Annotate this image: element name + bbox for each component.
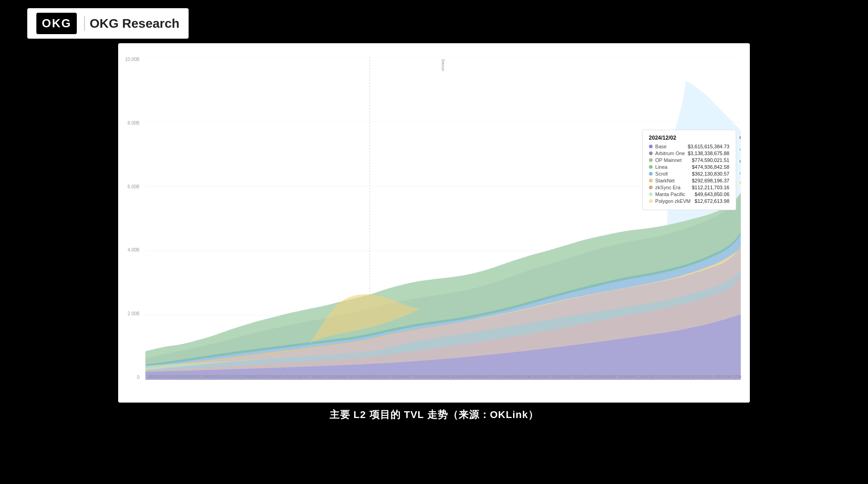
y-label-4b: 4.00B: [118, 247, 143, 252]
x-label: 2024/08/03: [578, 374, 598, 379]
x-label: 2024/05/22: [475, 374, 496, 379]
tooltip-row-polygon: Polygon zkEVM $12,672,613.98: [649, 198, 729, 204]
tooltip-value-op: $774,590,021.51: [692, 157, 729, 163]
x-label: 2024/01/17: [291, 374, 311, 379]
x-label: 2024/07/20: [557, 374, 578, 379]
y-label-2b: 2.00B: [118, 311, 143, 316]
decun-label: Decun: [441, 59, 445, 71]
x-label: 2024/04/10: [414, 374, 434, 379]
x-label: 2024/03/13: [373, 374, 394, 379]
svg-point-11: [739, 181, 741, 185]
x-axis-labels: 2023/10/11 2023/10/25 2023/11/08 2023/11…: [145, 374, 741, 379]
svg-point-8: [739, 147, 741, 151]
x-label: 2024/05/08: [455, 374, 475, 379]
chart-area: Decun: [145, 57, 741, 380]
x-label: 2023/10/11: [148, 374, 168, 379]
tooltip-value-manta: $49,643,850.06: [695, 192, 729, 197]
tooltip-value-polygon: $12,672,613.98: [695, 198, 729, 204]
tooltip-date: 2024/12/02: [649, 135, 729, 141]
tooltip-dot-base: [649, 145, 653, 148]
x-label: 2024/09/21: [639, 374, 659, 379]
tooltip-row-zksync: zkSync Era $112,211,703.16: [649, 185, 729, 190]
tooltip-row-op: OP Mainnet $774,590,021.51: [649, 157, 729, 163]
x-label: 2024/01/31: [311, 374, 332, 379]
tooltip-name-manta: Manta Pacific: [655, 192, 692, 197]
tooltip-name-linea: Linea: [655, 164, 689, 170]
chart-container: 0 2.00B 4.00B 6.00B 8.00B 10.00B Decun: [118, 43, 750, 403]
tooltip-row-manta: Manta Pacific $49,643,850.06: [649, 192, 729, 197]
y-label-6b: 6.00B: [118, 184, 143, 189]
x-label: 2023/11/08: [189, 374, 209, 379]
chart-caption: 主要 L2 项目的 TVL 走势（来源：OKLink）: [329, 408, 539, 422]
x-label: 2023/10/25: [168, 374, 189, 379]
x-label: 2024/11/20: [721, 374, 741, 379]
tooltip-dot-op: [649, 158, 653, 162]
chart-svg: [145, 57, 741, 380]
tooltip-dot-scroll: [649, 172, 653, 176]
x-label: 2024/11/05: [700, 374, 721, 379]
header-title: OKG Research: [84, 16, 180, 31]
svg-point-7: [739, 136, 741, 139]
x-label: 2024/06/05: [496, 374, 516, 379]
tooltip-name-scroll: Scroll: [655, 171, 689, 176]
x-label: 2024/10/21: [680, 374, 700, 379]
tooltip-value-scroll: $362,130,830.57: [692, 171, 729, 176]
x-label: 2024/03/27: [394, 374, 414, 379]
x-label: 2024/01/03: [270, 374, 291, 379]
x-label: 2024/02/28: [352, 374, 373, 379]
tooltip-name-arbitrum: Arbitrum One: [655, 151, 685, 156]
x-label: 2024/04/24: [434, 374, 455, 379]
y-label-0: 0: [118, 375, 143, 380]
logo-text: OKG: [42, 16, 71, 30]
tooltip-row-base: Base $3,615,615,384.73: [649, 144, 729, 149]
tooltip-row-linea: Linea $474,936,842.58: [649, 164, 729, 170]
tooltip-row-scroll: Scroll $362,130,830.57: [649, 171, 729, 176]
x-label: 2024/07/03: [537, 374, 557, 379]
x-label: 2023/12/06: [229, 374, 250, 379]
y-label-10b: 10.00B: [118, 57, 143, 62]
x-label: 2023/12/20: [250, 374, 270, 379]
tooltip-dot-polygon: [649, 199, 653, 203]
header: OKG OKG Research: [27, 8, 189, 39]
tooltip-value-linea: $474,936,842.58: [692, 164, 729, 170]
tooltip-dot-linea: [649, 165, 653, 169]
svg-point-10: [739, 171, 741, 175]
tooltip-name-op: OP Mainnet: [655, 157, 689, 163]
svg-point-9: [739, 160, 741, 163]
tooltip-value-starknet: $292,698,196.37: [692, 178, 729, 183]
tooltip-name-base: Base: [655, 144, 685, 149]
tooltip-row-arbitrum: Arbitrum One $3,138,338,675.88: [649, 151, 729, 156]
tooltip-value-base: $3,615,615,384.73: [688, 144, 729, 149]
logo-box: OKG: [36, 13, 77, 34]
tooltip-dot-zksync: [649, 186, 653, 189]
x-label: 2024/10/06: [659, 374, 680, 379]
x-label: 2024/08/31: [619, 374, 639, 379]
tooltip-name-starknet: StarkNet: [655, 178, 689, 183]
x-label: 2023/11/22: [209, 374, 229, 379]
y-axis: 0 2.00B 4.00B 6.00B 8.00B 10.00B: [118, 57, 143, 380]
tooltip-dot-starknet: [649, 179, 653, 182]
x-label: 2024/02/14: [332, 374, 352, 379]
tooltip-value-arbitrum: $3,138,338,675.88: [688, 151, 729, 156]
x-label: 2024/06/19: [516, 374, 537, 379]
tooltip-row-starknet: StarkNet $292,698,196.37: [649, 178, 729, 183]
y-label-8b: 8.00B: [118, 121, 143, 126]
tooltip-name-polygon: Polygon zkEVM: [655, 198, 692, 204]
tooltip-dot-manta: [649, 192, 653, 196]
tooltip-name-zksync: zkSync Era: [655, 185, 689, 190]
x-label: 2024/08/17: [598, 374, 619, 379]
tooltip: 2024/12/02 Base $3,615,615,384.73 Arbitr…: [642, 130, 736, 210]
tooltip-value-zksync: $112,211,703.16: [692, 185, 729, 190]
tooltip-dot-arbitrum: [649, 151, 653, 155]
